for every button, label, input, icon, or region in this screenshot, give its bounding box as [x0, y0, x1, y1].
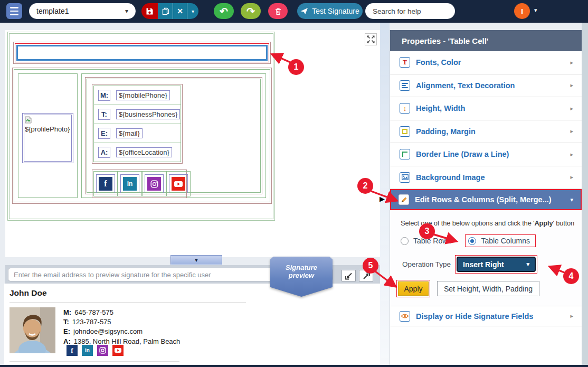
- field-value[interactable]: ${officeLocation}: [116, 147, 172, 157]
- section-edit-rows-columns[interactable]: Edit Rows & Columns (Split, Merge...) ▾: [390, 189, 582, 210]
- panel-splitter[interactable]: [380, 23, 390, 365]
- user-avatar[interactable]: I: [514, 3, 530, 19]
- contact-fields-table: M: ${mobilePhone} T: ${businessPhones}: [92, 84, 183, 164]
- instagram-icon: [97, 345, 108, 356]
- chevron-right-icon: ▸: [570, 151, 573, 158]
- chevron-down-icon: ▾: [192, 8, 194, 14]
- search-input[interactable]: [365, 3, 455, 19]
- redo-button[interactable]: ↷: [241, 3, 261, 19]
- template-select[interactable]: template1 ▾: [29, 3, 136, 19]
- menu-button[interactable]: [6, 3, 22, 19]
- save-options-dropdown[interactable]: ▾: [187, 3, 198, 19]
- set-height-width-padding-button[interactable]: Set Height, Width, Padding: [437, 281, 539, 296]
- annotation-red-box-columns: Table Columns: [465, 234, 536, 247]
- redo-icon: ↷: [246, 5, 255, 17]
- eye-icon: [400, 311, 410, 322]
- table-rows-radio[interactable]: [401, 237, 409, 245]
- signature-table[interactable]: ${profilePhoto} M:: [7, 32, 275, 221]
- section-background-image[interactable]: Background Image ▸: [390, 166, 582, 190]
- save-button-group: ✕ ▾: [141, 3, 198, 19]
- instagram-icon: [147, 177, 161, 191]
- clear-button[interactable]: ✕: [173, 3, 187, 19]
- facebook-icon: f: [99, 177, 112, 191]
- section-border-line[interactable]: Border Line (Draw a Line) ▸: [390, 143, 582, 166]
- field-value[interactable]: ${mail}: [116, 128, 143, 138]
- annotation-red-box-apply: Apply: [396, 280, 430, 297]
- linkedin-icon: in: [123, 177, 137, 191]
- table-row-main: ${profilePhoto} M:: [12, 68, 272, 204]
- signature-editor-app: template1 ▾ ✕ ▾ ↶ ↷ Test Signature: [0, 0, 588, 367]
- height-width-icon: ↕: [400, 103, 410, 114]
- instagram-field[interactable]: [145, 174, 164, 193]
- annotation-step-5: 5: [363, 258, 378, 274]
- apply-button[interactable]: Apply: [398, 281, 429, 296]
- user-menu-chevron-icon[interactable]: ▾: [534, 7, 537, 14]
- broken-image-icon: [25, 116, 33, 124]
- profile-photo-field[interactable]: ${profilePhoto}: [22, 113, 73, 163]
- field-row-mobile[interactable]: M: ${mobilePhone}: [94, 86, 181, 105]
- caret-down-icon: ▾: [570, 196, 573, 203]
- panel-collapse-handle[interactable]: ▶: [380, 195, 385, 203]
- save-button[interactable]: [141, 3, 158, 19]
- table-rows-label: Table Rows: [413, 237, 451, 245]
- photo-table-cell[interactable]: ${profilePhoto}: [18, 73, 78, 198]
- table-columns-radio[interactable]: [468, 237, 476, 245]
- signature-preview-ribbon: Signature preview: [270, 257, 333, 297]
- import-preview-button[interactable]: [342, 270, 356, 281]
- field-value[interactable]: ${mobilePhone}: [116, 90, 170, 100]
- youtube-field[interactable]: [169, 174, 188, 193]
- linkedin-field[interactable]: in: [120, 174, 139, 193]
- preview-contact-row: E:johndoe@sigsync.com: [63, 327, 180, 336]
- scrollbar-track[interactable]: [582, 23, 588, 365]
- section-fonts-color[interactable]: T Fonts, Color ▸: [390, 51, 582, 74]
- chevron-down-icon: ▾: [526, 261, 529, 268]
- youtube-icon: [112, 345, 124, 356]
- preview-name: John Doe: [10, 288, 47, 298]
- contact-table-cell[interactable]: M: ${mobilePhone} T: ${businessPhones}: [81, 73, 266, 198]
- signature-canvas[interactable]: ${profilePhoto} M:: [5, 30, 380, 257]
- field-label[interactable]: A:: [98, 147, 110, 158]
- edit-pencil-icon: [399, 194, 409, 205]
- delete-button[interactable]: [268, 3, 288, 19]
- background-image-icon: [400, 172, 410, 183]
- field-value[interactable]: ${businessPhones}: [116, 109, 180, 119]
- alignment-icon: [400, 80, 410, 91]
- panel-title: Properties - 'Table Cell': [390, 30, 582, 51]
- border-line-icon: [400, 149, 410, 159]
- trash-icon: [274, 7, 282, 15]
- import-icon: [345, 272, 353, 280]
- section-alignment[interactable]: Alignment, Text Decoration ▸: [390, 74, 582, 98]
- close-icon: ✕: [177, 7, 183, 15]
- field-label[interactable]: M:: [98, 90, 110, 101]
- operation-type-select[interactable]: Insert Right ▾: [457, 257, 536, 272]
- field-row-phone[interactable]: T: ${businessPhones}: [94, 105, 181, 124]
- undo-button[interactable]: ↶: [214, 3, 234, 19]
- preview-profile-photo: [10, 307, 55, 353]
- chevron-right-icon: ▸: [570, 128, 573, 135]
- field-label[interactable]: E:: [98, 128, 110, 139]
- operation-type-value: Insert Right: [463, 260, 504, 269]
- top-toolbar: template1 ▾ ✕ ▾ ↶ ↷ Test Signature: [0, 0, 588, 23]
- properties-panel: Properties - 'Table Cell' T Fonts, Color…: [390, 30, 582, 365]
- field-label[interactable]: T:: [98, 109, 110, 120]
- table-row-top: [13, 42, 271, 64]
- chevron-right-icon: ▸: [570, 313, 573, 319]
- annotation-red-box-cell: [15, 43, 269, 62]
- youtube-icon: [172, 177, 185, 191]
- test-signature-button[interactable]: Test Signature: [297, 3, 363, 19]
- preview-contact-row: T:123-787-575: [63, 317, 180, 327]
- template-select-value: template1: [36, 7, 69, 15]
- section-height-width[interactable]: ↕ Height, Width ▸: [390, 97, 582, 120]
- field-row-address[interactable]: A: ${officeLocation}: [94, 143, 181, 162]
- fullscreen-button[interactable]: [365, 33, 377, 45]
- field-row-email[interactable]: E: ${mail}: [94, 124, 181, 143]
- facebook-field[interactable]: f: [96, 174, 115, 193]
- ribbon-label: Signature preview: [278, 264, 325, 297]
- selected-table-cell[interactable]: [16, 45, 268, 61]
- copy-template-button[interactable]: [158, 3, 173, 19]
- section-padding-margin[interactable]: Padding, Margin ▸: [390, 120, 582, 144]
- preview-contact-block: M:645-787-575 T:123-787-575 E:johndoe@si…: [63, 308, 180, 346]
- section-display-hide-fields[interactable]: Display or Hide Signature Fields ▸: [390, 306, 582, 326]
- preview-collapse-tab[interactable]: ▼: [170, 255, 222, 265]
- chevron-down-icon: ▾: [125, 7, 128, 15]
